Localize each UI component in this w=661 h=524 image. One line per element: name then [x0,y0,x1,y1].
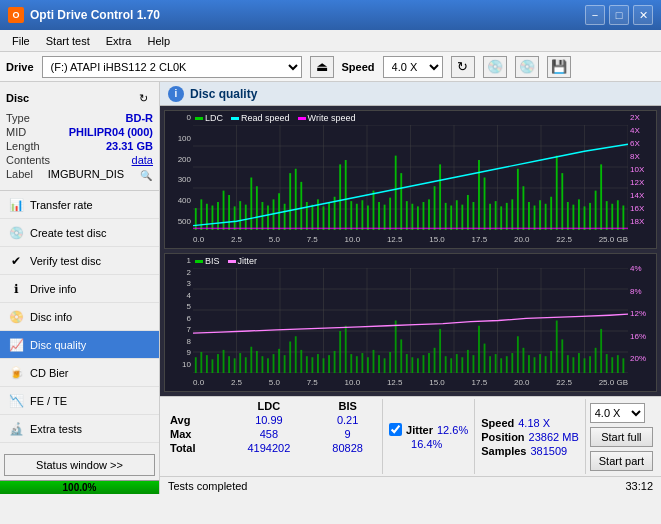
chart2-y-left: 10987654321 [165,254,193,371]
svg-rect-89 [600,164,602,230]
sidebar-item-create-test-disc[interactable]: 💿 Create test disc [0,219,159,247]
svg-rect-174 [556,321,558,374]
svg-rect-54 [406,201,408,230]
svg-rect-22 [228,195,230,230]
sidebar: Disc ↻ Type BD-R MID PHILIPR04 (000) Len… [0,82,160,494]
start-full-button[interactable]: Start full [590,427,653,447]
svg-rect-123 [273,354,275,373]
svg-rect-185 [617,355,619,373]
disc-panel-label: Disc [6,92,29,104]
svg-rect-181 [595,348,597,373]
svg-rect-57 [423,202,425,230]
chart2-x-axis: 0.02.55.07.510.012.515.017.520.022.525.0… [193,373,628,391]
svg-rect-117 [239,353,241,373]
status-time: 33:12 [625,480,653,492]
sidebar-item-fe-te[interactable]: 📉 FE / TE [0,387,159,415]
svg-rect-56 [417,206,419,230]
svg-rect-142 [378,355,380,373]
disc-info-icon: 📀 [8,309,24,325]
svg-rect-145 [395,321,397,374]
speed-key: Speed [481,417,514,429]
disc-quality-icon: 📈 [8,337,24,353]
jitter-checkbox[interactable] [389,423,402,436]
samples-val: 381509 [530,445,567,457]
speed-select[interactable]: 4.0 X [383,56,443,78]
status-bar: Tests completed 33:12 [160,476,661,494]
maximize-button[interactable]: □ [609,5,629,25]
svg-rect-118 [245,357,247,373]
svg-rect-156 [456,354,458,373]
start-part-button[interactable]: Start part [590,451,653,471]
svg-rect-184 [611,357,613,373]
svg-rect-109 [195,357,197,373]
svg-rect-84 [572,205,574,230]
disc-type-val: BD-R [126,112,154,124]
stats-col-blank [164,399,225,413]
menu-start-test[interactable]: Start test [38,33,98,49]
svg-rect-121 [261,356,263,373]
svg-rect-71 [500,206,502,230]
menu-help[interactable]: Help [139,33,178,49]
sidebar-item-cd-bier[interactable]: 🍺 CD Bier [0,359,159,387]
svg-rect-66 [473,202,475,230]
legend-bis: BIS [195,256,220,266]
sidebar-item-transfer-rate[interactable]: 📊 Transfer rate [0,191,159,219]
svg-rect-152 [434,348,436,373]
disc-label-icon[interactable]: 🔍 [139,168,153,182]
sidebar-item-disc-quality[interactable]: 📈 Disc quality [0,331,159,359]
sidebar-item-label-extra-tests: Extra tests [30,423,82,435]
svg-rect-72 [506,203,508,230]
svg-rect-68 [484,178,486,231]
svg-rect-16 [195,208,197,230]
svg-rect-141 [373,350,375,373]
stats-row-avg: Avg 10.99 0.21 [164,413,382,427]
sidebar-item-disc-info[interactable]: 📀 Disc info [0,303,159,331]
svg-rect-179 [584,358,586,373]
svg-rect-48 [373,191,375,230]
sidebar-item-drive-info[interactable]: ℹ Drive info [0,275,159,303]
svg-rect-79 [545,204,547,230]
disc-refresh-icon[interactable]: ↻ [133,88,153,108]
svg-rect-150 [423,355,425,373]
disc-button-1[interactable]: 💿 [483,56,507,78]
speed-val: 4.18 X [518,417,550,429]
svg-rect-34 [295,169,297,230]
svg-rect-29 [267,206,269,231]
svg-rect-168 [522,348,524,373]
status-window-button[interactable]: Status window >> [4,454,155,476]
chart2-y-right: 20%16%12%8%4% [628,254,656,371]
drive-select[interactable]: (F:) ATAPI iHBS112 2 CL0K [42,56,302,78]
svg-rect-162 [489,356,491,373]
stats-total-bis: 80828 [313,441,382,455]
svg-rect-137 [350,354,352,373]
chart2-inner [193,268,628,373]
svg-rect-87 [589,203,591,230]
minimize-button[interactable]: − [585,5,605,25]
svg-rect-35 [300,182,302,230]
sidebar-item-verify-test-disc[interactable]: ✔ Verify test disc [0,247,159,275]
close-button[interactable]: ✕ [633,5,653,25]
chart1-inner [193,125,628,230]
test-speed-select[interactable]: 4.0 X [590,403,645,423]
speed-row: Speed 4.18 X [481,417,579,429]
save-button[interactable]: 💾 [547,56,571,78]
svg-rect-115 [228,356,230,373]
verify-icon: ✔ [8,253,24,269]
menu-file[interactable]: File [4,33,38,49]
chart1-y-left: 5004003002001000 [165,111,193,228]
quality-title: Disc quality [190,87,257,101]
sidebar-item-extra-tests[interactable]: 🔬 Extra tests [0,415,159,443]
svg-rect-154 [445,356,447,373]
position-row: Position 23862 MB [481,431,579,443]
svg-rect-186 [622,358,624,373]
sidebar-item-label-disc-info: Disc info [30,311,72,323]
svg-rect-143 [384,358,386,373]
menu-extra[interactable]: Extra [98,33,140,49]
svg-rect-176 [567,355,569,373]
disc-button-2[interactable]: 💿 [515,56,539,78]
drive-label: Drive [6,61,34,73]
eject-button[interactable]: ⏏ [310,56,334,78]
status-text: Tests completed [168,480,247,492]
refresh-button[interactable]: ↻ [451,56,475,78]
disc-contents-val[interactable]: data [132,154,153,166]
